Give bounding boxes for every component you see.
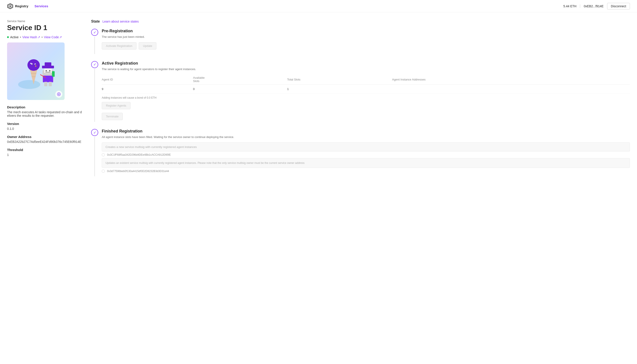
learn-states-link[interactable]: Learn about service states — [102, 20, 139, 23]
col-total-slots: Total Slots — [287, 74, 392, 85]
multisig-update-radio-row: 0x3d77596beb0f130a4415df3D2D8232B3d3D31e… — [102, 170, 630, 173]
finished-registration-step: ✓ Finished Registration All agent instan… — [91, 129, 630, 176]
eth-balance: 5.44 ETH — [563, 4, 580, 8]
step2-check: ✓ — [91, 61, 98, 68]
col-available-slots: AvailableSlots — [193, 74, 287, 85]
step1-line — [94, 37, 95, 54]
step1-check: ✓ — [91, 29, 98, 36]
state-label: State — [91, 20, 100, 24]
navbar: Registry Services 5.44 ETH 0xEB2...f914E… — [0, 0, 637, 12]
logo-text: Registry — [15, 4, 28, 8]
services-nav-link[interactable]: Services — [34, 4, 48, 8]
timeline: ✓ Pre-Registration The service has just … — [91, 29, 630, 176]
multisig-create-radio-row: 0x3C1fF68f5aa342D296d4DEe4Bb1cACCA912D95… — [102, 153, 630, 156]
version-label: Version — [7, 122, 82, 126]
step2-line — [94, 69, 95, 122]
view-hash-link[interactable]: View Hash ↗ — [22, 36, 40, 39]
service-artwork: ✦ ★ — [12, 49, 60, 93]
multisig-create-value: 0x3C1fF68f5aa342D296d4DEe4Bb1cACCA912D95… — [107, 153, 171, 156]
step1-desc: The service has just been minted. — [102, 35, 630, 39]
svg-text:★: ★ — [35, 65, 37, 67]
logo-icon — [7, 3, 13, 9]
sep1: • — [20, 36, 21, 39]
left-panel: Service Name Service ID 1 Active • View … — [7, 20, 82, 183]
svg-point-22 — [46, 70, 47, 72]
cell-addresses — [392, 85, 630, 94]
service-title: Service ID 1 — [7, 24, 82, 32]
svg-point-14 — [35, 64, 36, 65]
nav-right: 5.44 ETH 0xEB2...f914E Disconnect — [563, 3, 630, 10]
wallet-address: 0xEB2...f914E — [580, 4, 607, 8]
state-header: State Learn about service states — [91, 20, 630, 24]
sep2: • — [42, 36, 43, 39]
radio-update[interactable] — [102, 170, 105, 173]
active-registration-step: ✓ Active Registration The service is wai… — [91, 61, 630, 122]
status-text: Active — [10, 36, 18, 39]
step3-line — [94, 137, 95, 176]
step1-content: Pre-Registration The service has just be… — [102, 29, 630, 54]
col-addresses: Agent Instance Addresses — [392, 74, 630, 85]
description-label: Description — [7, 105, 82, 109]
active-dot — [7, 36, 9, 38]
radio-create[interactable] — [102, 153, 105, 156]
owner-label: Owner Address — [7, 135, 82, 139]
status-row: Active • View Hash ↗ • View Code ↗ — [7, 36, 82, 39]
multisig-create-option: Creates a new service multisig with curr… — [102, 142, 630, 152]
view-code-link[interactable]: View Code ↗ — [44, 36, 62, 39]
step2-desc: The service is waiting for agent operato… — [102, 67, 630, 72]
svg-rect-16 — [43, 76, 53, 82]
nav-logo: Registry — [7, 3, 28, 9]
table-row: 9 0 1 — [102, 85, 630, 94]
bond-note: Adding instances will cause a bond of 0.… — [102, 96, 630, 99]
step3-check: ✓ — [91, 129, 98, 136]
step1-title: Pre-Registration — [102, 29, 630, 34]
col-agent-id: Agent ID — [102, 74, 193, 85]
multisig-update-value: 0x3d77596beb0f130a4415df3D2D8232B3d3D31e… — [107, 170, 169, 173]
pre-registration-step: ✓ Pre-Registration The service has just … — [91, 29, 630, 54]
cell-total-slots: 1 — [287, 85, 392, 94]
svg-rect-24 — [45, 72, 51, 72]
threshold-value: 1 — [7, 153, 82, 156]
step1-btn-row: Activate Registration Update — [102, 42, 630, 50]
step3-desc: All agent instance slots have been fille… — [102, 135, 630, 139]
step3-title: Finished Registration — [102, 129, 630, 134]
svg-point-3 — [18, 80, 40, 89]
version-value: 0.1.0 — [7, 127, 82, 130]
cell-available-slots: 0 — [193, 85, 287, 94]
step3-icon-col: ✓ — [91, 129, 98, 176]
activate-registration-button[interactable]: Activate Registration — [102, 42, 136, 50]
terminate-button[interactable]: Terminate — [102, 113, 123, 120]
register-agents-button[interactable]: Register Agents — [102, 102, 130, 109]
svg-rect-19 — [45, 62, 51, 66]
nav-left: Registry Services — [7, 3, 48, 9]
step3-content: Finished Registration All agent instance… — [102, 129, 630, 176]
right-panel: State Learn about service states ✓ Pre-R… — [91, 20, 630, 183]
svg-rect-25 — [44, 82, 47, 86]
svg-point-8 — [28, 59, 40, 71]
step1-icon-col: ✓ — [91, 29, 98, 54]
cell-agent-id: 9 — [102, 85, 193, 94]
image-badge — [55, 91, 62, 98]
multisig-update-option: Updates an existent service multisig wit… — [102, 158, 630, 168]
svg-point-2 — [10, 6, 11, 7]
page-content: Service Name Service ID 1 Active • View … — [0, 12, 637, 190]
service-name-label: Service Name — [7, 20, 82, 23]
svg-rect-17 — [52, 71, 55, 77]
threshold-label: Threshold — [7, 148, 82, 152]
step2-title: Active Registration — [102, 61, 630, 66]
svg-rect-26 — [49, 82, 52, 86]
svg-point-13 — [32, 64, 33, 65]
owner-value: 0xEB2A22b27C7Ad5eeE424Fd90b376c745E60f91… — [7, 140, 82, 144]
svg-point-23 — [49, 70, 50, 72]
description-value: The mech executes AI tasks requested on-… — [7, 110, 82, 118]
service-image: ✦ ★ — [7, 42, 64, 100]
step2-icon-col: ✓ — [91, 61, 98, 122]
disconnect-button[interactable]: Disconnect — [607, 3, 630, 10]
update-button[interactable]: Update — [139, 42, 156, 50]
step2-content: Active Registration The service is waiti… — [102, 61, 630, 122]
agents-table: Agent ID AvailableSlots Total Slots Agen… — [102, 74, 630, 94]
